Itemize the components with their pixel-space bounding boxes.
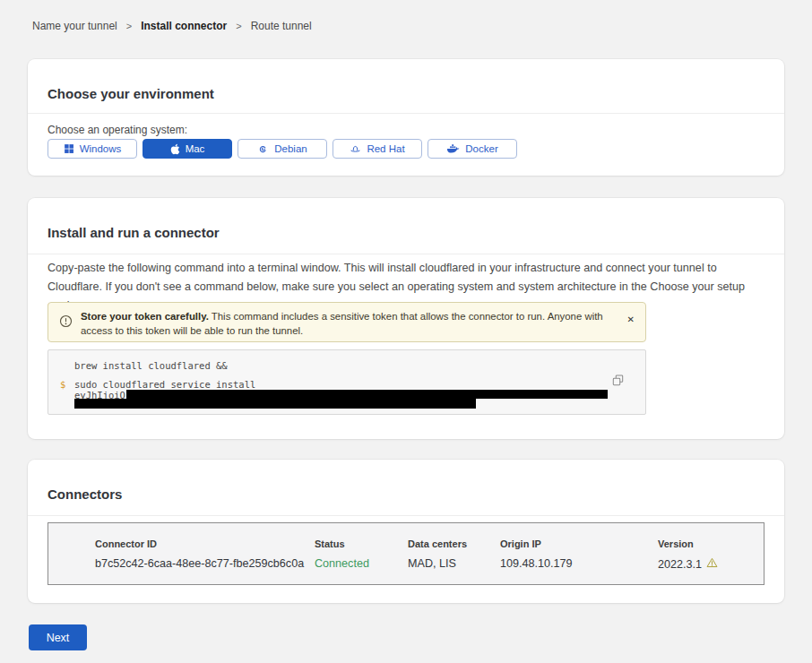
install-card-title: Install and run a connector	[48, 225, 220, 240]
connectors-card-title: Connectors	[48, 486, 122, 502]
version-number: 2022.3.1	[658, 558, 702, 571]
column-header-origin-ip: Origin IP	[500, 538, 658, 549]
column-header-version: Version	[658, 538, 761, 549]
origin-ip-value: 109.48.10.179	[500, 557, 658, 571]
os-button-label: Red Hat	[367, 143, 404, 154]
os-button-windows[interactable]: Windows	[48, 139, 137, 159]
column-header-status: Status	[315, 538, 408, 549]
os-select-label: Choose an operating system:	[48, 124, 187, 136]
redhat-icon	[350, 143, 361, 155]
os-button-mac[interactable]: Mac	[143, 139, 232, 159]
warning-title: Store your token carefully.	[81, 311, 209, 322]
status-badge: Connected	[315, 557, 408, 571]
warning-triangle-icon	[706, 557, 718, 571]
breadcrumb-separator: >	[126, 21, 132, 31]
table-header-row: Connector ID Status Data centers Origin …	[95, 538, 764, 549]
windows-icon	[64, 143, 74, 154]
os-button-docker[interactable]: Docker	[428, 139, 517, 159]
code-line-service-install: sudo cloudflared service install	[74, 380, 255, 390]
version-value: 2022.3.1	[658, 557, 761, 571]
breadcrumb-route-tunnel[interactable]: Route tunnel	[251, 20, 312, 32]
install-connector-card: Install and run a connector Copy-paste t…	[28, 198, 784, 439]
os-button-redhat[interactable]: Red Hat	[333, 139, 422, 159]
os-button-group: Windows Mac Debian Red Hat Docker	[48, 139, 517, 159]
connectors-table: Connector ID Status Data centers Origin …	[48, 522, 764, 585]
breadcrumb-install-connector[interactable]: Install connector	[141, 20, 227, 32]
docker-icon	[446, 143, 460, 154]
column-header-data-centers: Data centers	[408, 538, 500, 549]
os-button-label: Windows	[80, 143, 122, 154]
shell-prompt: $	[60, 380, 65, 390]
code-line-brew: brew install cloudflared &&	[74, 361, 228, 371]
copy-icon[interactable]	[612, 375, 624, 389]
breadcrumb: Name your tunnel > Install connector > R…	[32, 20, 312, 32]
token-redaction-bar	[74, 399, 476, 409]
card-divider	[28, 113, 784, 114]
data-centers-value: MAD, LIS	[408, 557, 500, 571]
install-command-codeblock: brew install cloudflared && $ sudo cloud…	[48, 349, 646, 415]
table-row: b7c52c42-6caa-48ee-8c77-fbe259cb6c0a Con…	[95, 557, 764, 571]
breadcrumb-name-your-tunnel[interactable]: Name your tunnel	[32, 20, 117, 32]
environment-card: Choose your environment Choose an operat…	[28, 59, 784, 176]
column-header-connector-id: Connector ID	[95, 538, 315, 549]
os-button-label: Mac	[186, 143, 205, 154]
card-divider	[28, 515, 784, 516]
token-warning-banner: Store your token carefully. This command…	[48, 302, 646, 342]
apple-icon	[170, 143, 180, 155]
environment-card-title: Choose your environment	[48, 86, 214, 101]
card-divider	[28, 254, 784, 254]
breadcrumb-separator: >	[236, 21, 241, 31]
warning-text: Store your token carefully. This command…	[81, 303, 609, 338]
connectors-card: Connectors Connector ID Status Data cent…	[28, 460, 784, 603]
close-icon[interactable]: ✕	[627, 315, 635, 324]
connector-id-value: b7c52c42-6caa-48ee-8c77-fbe259cb6c0a	[95, 557, 315, 571]
token-redaction-bar	[126, 390, 608, 399]
os-button-label: Docker	[465, 143, 497, 154]
alert-circle-icon	[59, 314, 73, 332]
os-button-debian[interactable]: Debian	[238, 139, 327, 159]
debian-icon	[257, 143, 269, 155]
next-button[interactable]: Next	[29, 624, 87, 650]
os-button-label: Debian	[274, 143, 307, 154]
